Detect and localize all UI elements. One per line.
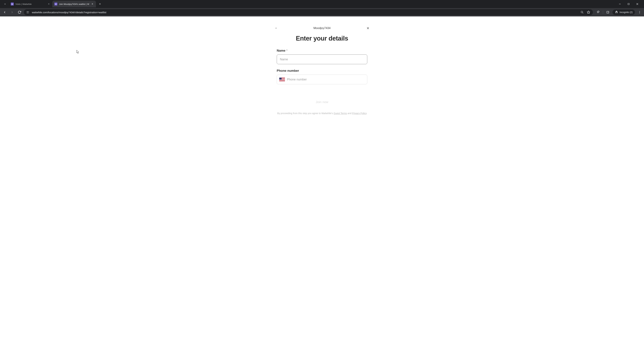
tab-title: Visits | Waitwhile — [16, 3, 46, 5]
svg-marker-10 — [587, 11, 590, 13]
tab-bar: Visits | Waitwhile × Join Moodjoy7434's … — [0, 0, 644, 8]
close-tab-icon[interactable]: × — [47, 2, 50, 5]
svg-point-8 — [581, 11, 583, 13]
phone-label: Phone number — [277, 69, 367, 72]
legal-text: By proceeding from this step you agree t… — [277, 111, 367, 115]
back-button[interactable] — [2, 9, 8, 15]
maximize-button[interactable] — [626, 1, 631, 7]
incognito-icon — [615, 10, 618, 14]
svg-line-9 — [582, 12, 583, 13]
tab-join-waitlist[interactable]: Join Moodjoy7434's waitlist | W × — [52, 1, 96, 7]
reload-button[interactable] — [16, 9, 22, 15]
svg-point-4 — [27, 11, 27, 12]
join-now-button[interactable]: Join now — [277, 97, 367, 107]
form-close-button[interactable] — [365, 25, 371, 31]
forward-button[interactable] — [9, 9, 15, 15]
svg-rect-1 — [628, 3, 630, 5]
form-header: Moodjoy7434 — [277, 26, 367, 30]
new-tab-button[interactable]: + — [97, 1, 103, 7]
browser-toolbar: waitwhile.com/locations/moodjoy7434/r/de… — [0, 8, 644, 16]
svg-point-15 — [640, 13, 640, 13]
incognito-badge[interactable]: Incognito (2) — [612, 9, 635, 15]
browser-chrome: Visits | Waitwhile × Join Moodjoy7434's … — [0, 0, 644, 16]
tab-title: Join Moodjoy7434's waitlist | W — [59, 3, 89, 5]
extensions-icon[interactable] — [596, 9, 601, 15]
guest-terms-link[interactable]: Guest Terms — [334, 112, 347, 115]
country-flag-us[interactable] — [279, 78, 285, 81]
mouse-cursor — [76, 50, 80, 54]
phone-input-wrapper — [277, 75, 367, 84]
address-bar[interactable]: waitwhile.com/locations/moodjoy7434/r/de… — [24, 9, 593, 15]
form-container: Moodjoy7434 Enter your details Name * Ph… — [277, 16, 367, 125]
bookmark-icon[interactable] — [586, 10, 590, 14]
name-input[interactable] — [277, 54, 367, 64]
close-tab-icon[interactable]: × — [91, 2, 94, 5]
minimize-button[interactable] — [617, 1, 622, 7]
location-name: Moodjoy7434 — [314, 26, 330, 30]
page-title: Enter your details — [277, 35, 367, 42]
svg-point-6 — [27, 13, 27, 13]
side-panel-icon[interactable] — [605, 9, 610, 15]
waitwhile-favicon — [54, 2, 57, 5]
privacy-policy-link[interactable]: Privacy Policy — [352, 112, 367, 115]
svg-point-14 — [640, 12, 640, 12]
window-controls — [617, 1, 643, 7]
incognito-label: Incognito (2) — [620, 11, 632, 13]
form-back-button[interactable] — [273, 25, 279, 31]
waitwhile-favicon — [11, 2, 14, 5]
menu-icon[interactable] — [637, 9, 642, 15]
close-window-button[interactable] — [634, 1, 640, 7]
toolbar-right: Incognito (2) — [594, 9, 642, 15]
phone-input[interactable] — [287, 75, 365, 84]
url-text: waitwhile.com/locations/moodjoy7434/r/de… — [32, 11, 578, 14]
phone-form-group: Phone number — [277, 69, 367, 84]
tab-search-dropdown[interactable] — [1, 0, 9, 8]
name-form-group: Name * — [277, 49, 367, 64]
tab-visits[interactable]: Visits | Waitwhile × — [9, 1, 52, 7]
svg-rect-11 — [606, 11, 609, 13]
zoom-icon[interactable] — [580, 10, 584, 14]
page-content: Moodjoy7434 Enter your details Name * Ph… — [0, 16, 644, 362]
required-marker: * — [286, 49, 288, 52]
name-label: Name * — [277, 49, 367, 52]
svg-point-13 — [640, 11, 640, 11]
site-settings-icon[interactable] — [26, 10, 30, 14]
